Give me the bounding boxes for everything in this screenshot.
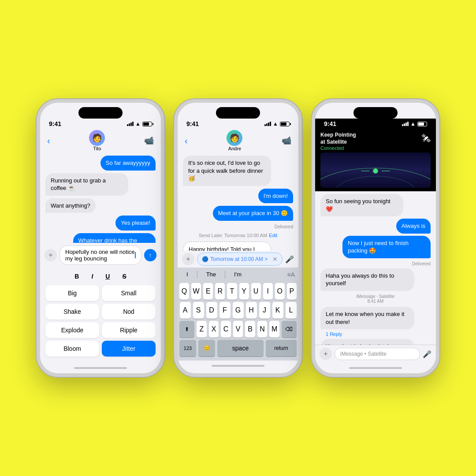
status-bar-2: 9:41 ▲ xyxy=(178,119,298,128)
key-o[interactable]: O xyxy=(275,283,285,300)
phone-1: 9:41 ▲ ‹ 🧑 Tito 📹 xyxy=(37,99,164,377)
autocomplete-i[interactable]: I xyxy=(178,270,197,279)
back-button-1[interactable]: ‹ xyxy=(47,136,50,146)
msg-nice-out: It's so nice out, I'd love to go for a q… xyxy=(183,156,271,186)
autocomplete-the[interactable]: The xyxy=(197,270,225,279)
scheduled-pill[interactable]: 🔵 Tomorrow at 10:00 AM > ✕ xyxy=(197,253,283,266)
signal-3 xyxy=(402,122,409,126)
explode-button[interactable]: Explode xyxy=(45,322,99,338)
key-b[interactable]: B xyxy=(245,321,255,338)
key-y[interactable]: Y xyxy=(239,283,249,300)
key-l[interactable]: L xyxy=(286,302,297,319)
home-indicator-3 xyxy=(315,363,436,373)
input-text-1: Hopefully no one will notice my leg boun… xyxy=(65,249,135,262)
emoji-key[interactable]: 😊 xyxy=(198,340,215,357)
key-u[interactable]: U xyxy=(251,283,261,300)
nod-button[interactable]: Nod xyxy=(102,304,156,320)
back-button-2[interactable]: ‹ xyxy=(185,136,188,146)
video-button-2[interactable]: 📹 xyxy=(282,136,291,145)
wifi-icon-2: ▲ xyxy=(273,121,278,127)
contact-name-2: Andre xyxy=(228,146,241,151)
underline-button[interactable]: U xyxy=(101,271,114,282)
msg-always-is: Always is xyxy=(396,219,431,234)
strikethrough-button[interactable]: S xyxy=(118,271,130,282)
shake-button[interactable]: Shake xyxy=(45,304,99,320)
key-g[interactable]: G xyxy=(233,302,244,319)
key-row-4: 123 😊 space return xyxy=(179,340,297,357)
plus-button-3[interactable]: + xyxy=(320,348,332,360)
contact-name-1: Tito xyxy=(93,146,101,151)
ripple-button[interactable]: Ripple xyxy=(102,322,156,338)
reply-indicator[interactable]: 1 Reply xyxy=(320,331,431,337)
key-rows: Q W E R T Y U I O P A S D xyxy=(178,281,298,361)
key-i[interactable]: I xyxy=(263,283,273,300)
scheduled-input-area[interactable]: + 🔵 Tomorrow at 10:00 AM > ✕ 🎤 xyxy=(178,251,298,268)
status-icons-3: ▲ xyxy=(402,121,427,127)
key-row-3: ⬆ Z X C V B N M ⌫ xyxy=(179,321,297,338)
satellite-input-bar[interactable]: + iMessage • Satellite 🎤 xyxy=(315,345,436,363)
video-button-1[interactable]: 📹 xyxy=(144,136,154,145)
key-f[interactable]: F xyxy=(219,302,231,319)
mic-icon-2[interactable]: 🎤 xyxy=(285,255,294,264)
key-c[interactable]: C xyxy=(221,321,231,338)
key-j[interactable]: J xyxy=(259,302,270,319)
nav-bar-2[interactable]: ‹ 🧑 Andre 📹 xyxy=(178,128,298,154)
status-bar-1: 9:41 ▲ xyxy=(40,119,161,128)
jitter-button[interactable]: Jitter xyxy=(102,341,156,357)
keyboard-2: I The I'm ≡A Q W E R T Y U xyxy=(178,268,298,361)
key-z[interactable]: Z xyxy=(197,321,207,338)
satellite-placeholder: iMessage • Satellite xyxy=(340,351,387,357)
avatar-1: 🧑 xyxy=(89,130,105,146)
satellite-banner: Keep Pointingat Satellite Connected 🛰 xyxy=(315,128,436,191)
key-r[interactable]: R xyxy=(215,283,225,300)
msg-whatever: Whatever drink has the most caffeine 🤩 xyxy=(73,233,156,243)
msg-haha: Haha you always do this to yourself xyxy=(320,268,414,291)
phone-3: 9:41 ▲ Keep Pointingat Satellite xyxy=(312,99,439,377)
autocomplete-im[interactable]: I'm xyxy=(225,270,250,279)
input-bar-1[interactable]: + Hopefully no one will notice my leg bo… xyxy=(40,243,161,268)
key-d[interactable]: D xyxy=(206,302,217,319)
key-e[interactable]: E xyxy=(203,283,213,300)
msg-so-far: So far awayyyyyy xyxy=(100,156,156,171)
nav-bar-1[interactable]: ‹ 🧑 Tito 📹 xyxy=(40,128,161,154)
msg-want-anything: Want anything? xyxy=(45,198,96,213)
key-k[interactable]: K xyxy=(272,302,283,319)
shift-key[interactable]: ⬆ xyxy=(179,321,194,338)
bold-button[interactable]: B xyxy=(70,271,83,282)
plus-button-2[interactable]: + xyxy=(182,253,194,265)
key-n[interactable]: N xyxy=(257,321,268,338)
time-3: 9:41 xyxy=(324,120,336,127)
key-p[interactable]: P xyxy=(287,283,297,300)
svg-point-1 xyxy=(335,176,416,188)
satellite-input-field[interactable]: iMessage • Satellite xyxy=(335,348,420,360)
big-button[interactable]: Big xyxy=(45,285,99,301)
key-w[interactable]: W xyxy=(191,283,201,300)
close-schedule[interactable]: ✕ xyxy=(272,256,278,263)
key-v[interactable]: V xyxy=(233,321,243,338)
italic-button[interactable]: I xyxy=(87,271,97,282)
key-q[interactable]: Q xyxy=(179,283,189,300)
battery-2 xyxy=(280,122,290,126)
satellite-visual xyxy=(320,152,431,188)
edit-link[interactable]: Edit xyxy=(269,233,277,238)
space-key[interactable]: space xyxy=(217,340,264,357)
key-a[interactable]: A xyxy=(180,302,191,319)
num-key[interactable]: 123 xyxy=(179,340,196,357)
key-x[interactable]: X xyxy=(209,321,219,338)
input-field-1[interactable]: Hopefully no one will notice my leg boun… xyxy=(60,245,141,265)
dynamic-island-2 xyxy=(216,107,260,119)
bloom-button[interactable]: Bloom xyxy=(45,341,99,357)
key-row-1: Q W E R T Y U I O P xyxy=(179,283,297,300)
mic-icon-3[interactable]: 🎤 xyxy=(423,350,431,358)
small-button[interactable]: Small xyxy=(102,285,156,301)
plus-button-1[interactable]: + xyxy=(45,249,57,261)
key-h[interactable]: H xyxy=(246,302,257,319)
delete-key[interactable]: ⌫ xyxy=(282,321,297,338)
wifi-icon-3: ▲ xyxy=(410,121,416,127)
msg-yes-please: Yes please! xyxy=(115,216,156,231)
return-key[interactable]: return xyxy=(266,340,297,357)
key-s[interactable]: S xyxy=(193,302,204,319)
key-t[interactable]: T xyxy=(227,283,237,300)
key-m[interactable]: M xyxy=(269,321,279,338)
send-button-1[interactable]: ↑ xyxy=(144,249,156,261)
